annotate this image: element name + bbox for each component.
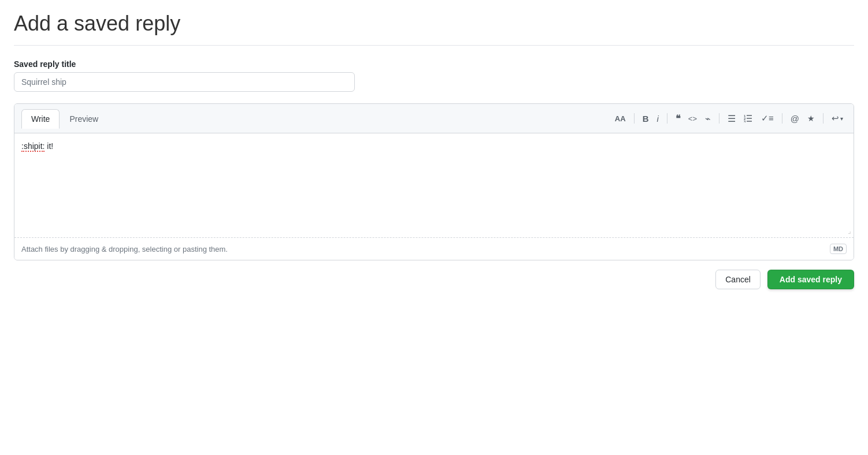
code-button[interactable]: <>	[685, 112, 700, 125]
attach-text: Attach files by dragging & dropping, sel…	[21, 245, 228, 253]
bold-button[interactable]: B	[639, 111, 652, 126]
bold-icon: B	[643, 114, 649, 124]
link-icon: ⌁	[705, 113, 711, 124]
italic-icon: i	[656, 114, 658, 124]
editor-tabs: Write Preview	[21, 109, 108, 128]
page-title: Add a saved reply	[14, 12, 854, 36]
saved-reply-title-input[interactable]	[14, 72, 355, 92]
markdown-badge: MD	[830, 244, 847, 254]
title-label: Saved reply title	[14, 59, 854, 69]
svg-text:3: 3	[744, 120, 746, 122]
tasklist-button[interactable]: ✓≡	[758, 111, 777, 126]
unordered-list-button[interactable]: ☰	[724, 111, 739, 126]
add-saved-reply-button[interactable]: Add saved reply	[767, 270, 854, 289]
reference-button[interactable]: ★	[804, 111, 818, 125]
header-size-button[interactable]: AA	[611, 112, 629, 125]
tasklist-icon: ✓≡	[761, 113, 774, 124]
tab-preview[interactable]: Preview	[60, 109, 108, 129]
code-icon: <>	[688, 114, 697, 123]
italic-button[interactable]: i	[653, 111, 662, 126]
tab-write[interactable]: Write	[21, 109, 60, 129]
toolbar-sep-3	[719, 113, 719, 124]
reference-icon: ★	[807, 114, 815, 123]
header-icon: AA	[615, 114, 626, 123]
action-buttons: Cancel Add saved reply	[14, 270, 854, 289]
page-container: Add a saved reply Saved reply title Writ…	[0, 0, 868, 303]
toolbar-sep-4	[782, 113, 782, 124]
toolbar-icons: AA B i ❝ <> ⌁	[611, 111, 847, 126]
reply-icon: ↩	[832, 113, 839, 124]
editor-body: :shipit: it! ⌟	[14, 133, 854, 237]
unordered-list-icon: ☰	[728, 113, 736, 124]
link-button[interactable]: ⌁	[702, 111, 714, 126]
quote-icon: ❝	[676, 113, 680, 124]
mention-button[interactable]: @	[787, 111, 803, 126]
editor-toolbar: Write Preview AA B i ❝ <	[14, 104, 854, 133]
cancel-button[interactable]: Cancel	[715, 270, 761, 289]
form-section: Saved reply title	[14, 59, 854, 92]
editor-content-area[interactable]: :shipit: it!	[21, 140, 847, 152]
chevron-down-icon: ▾	[840, 115, 843, 122]
reply-button[interactable]: ↩ ▾	[828, 111, 847, 126]
toolbar-sep-1	[634, 113, 635, 124]
resize-handle[interactable]: ⌟	[848, 227, 851, 235]
attach-bar: Attach files by dragging & dropping, sel…	[14, 237, 854, 260]
toolbar-sep-5	[823, 113, 824, 124]
mention-icon: @	[791, 114, 799, 124]
quote-button[interactable]: ❝	[672, 111, 684, 126]
ordered-list-icon: 1 2 3	[744, 113, 753, 124]
toolbar-sep-2	[667, 113, 667, 124]
ordered-list-button[interactable]: 1 2 3	[740, 111, 756, 126]
editor-container: Write Preview AA B i ❝ <	[14, 103, 854, 260]
section-divider	[14, 45, 854, 46]
